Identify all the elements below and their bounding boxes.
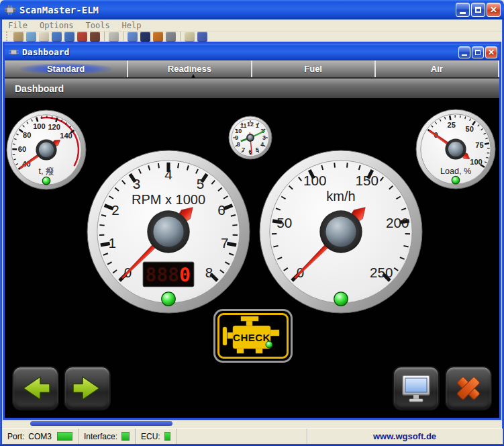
gauge-led [452,176,460,184]
dashboard-restore-button[interactable] [472,46,484,58]
website-text: www.wgsoft.de [307,429,502,444]
svg-text:75: 75 [475,141,483,149]
tab-standard[interactable]: Standard [5,60,128,77]
mdi-bottom-strip [2,420,502,428]
svg-text:12: 12 [247,121,254,128]
toolbar-grip [6,32,8,41]
toolbar-icon-2[interactable] [26,32,36,42]
toolbar-icon-7[interactable] [90,32,100,42]
section-header: Dashboard [5,79,499,98]
dashboard-minimize-button[interactable] [458,46,470,58]
menu-options[interactable]: Options [34,21,80,30]
status-bar: Port: COM3 Interface: ECU: www.wgsoft.de [2,428,502,444]
rpm-gauge: 012345678RPM x 10008880 [87,150,250,316]
svg-text:250: 250 [370,265,393,280]
gauge-led [42,177,50,185]
dashboard-close-button[interactable]: ✕ [485,46,497,58]
app-close-button[interactable]: ✕ [487,3,501,17]
x-icon [454,373,483,403]
svg-text:4: 4 [260,141,264,148]
toolbar [2,32,502,42]
svg-text:8880: 8880 [145,264,191,286]
svg-text:50: 50 [276,215,292,230]
svg-text:11: 11 [240,122,246,129]
svg-text:3: 3 [262,134,266,141]
svg-text:80: 80 [23,131,31,139]
menu-help[interactable]: Help [116,21,148,30]
toolbar-icon-4[interactable] [52,32,62,42]
app-icon[interactable] [5,5,15,15]
svg-text:5: 5 [197,176,205,191]
ecu-label: ECU: [141,432,160,441]
menu-file[interactable]: File [2,21,34,30]
svg-text:120: 120 [48,123,60,131]
next-button[interactable] [64,366,111,410]
status-interface-panel: Interface: [79,429,136,444]
dashboard-window: Dashboard ✕ Standard Readiness Fuel Air … [3,42,501,420]
gauge-led [334,292,348,306]
svg-text:2: 2 [111,202,119,218]
svg-text:km/h: km/h [326,189,355,204]
prev-button[interactable] [12,366,59,410]
toolbar-separator [104,32,105,41]
toolbar-icon-17[interactable] [197,32,207,42]
port-status-led [57,432,72,441]
svg-text:1: 1 [256,122,259,129]
interface-label: Interface: [84,432,117,441]
check-engine-inner: CHECK [217,313,289,359]
tab-fuel[interactable]: Fuel [252,60,376,77]
menu-tools[interactable]: Tools [79,21,115,30]
toolbar-icon-5[interactable] [64,32,74,42]
tab-pointer-icon: ▲ [190,73,197,79]
svg-text:100: 100 [303,173,327,188]
svg-text:t, 癈: t, 癈 [38,167,54,176]
restore-icon [475,50,481,55]
port-value: COM3 [28,432,52,441]
close-dashboard-button[interactable] [445,366,492,410]
close-icon: ✕ [490,5,497,14]
dashboard-titlebar: Dashboard ✕ [5,44,499,60]
app-titlebar: ScanMaster-ELM ✕ [0,0,504,19]
monitor-icon [401,374,432,402]
check-led [266,341,272,348]
minimize-icon [462,54,467,56]
dashboard-tabbar: Standard Readiness Fuel Air ▲ [5,60,499,79]
svg-text:140: 140 [60,132,72,140]
toolbar-icon-9[interactable] [109,32,119,42]
app-minimize-button[interactable] [456,3,470,17]
toolbar-icon-13[interactable] [153,32,163,42]
svg-text:60: 60 [18,145,26,153]
toolbar-icon-12[interactable] [140,32,150,42]
toolbar-icon-14[interactable] [166,32,176,42]
svg-text:Load, %: Load, % [440,167,471,176]
tab-air[interactable]: Air [376,60,499,77]
svg-text:100: 100 [470,158,483,166]
engine-load-gauge: 0255075100Load, % [415,109,496,192]
engine-icon: CHECK [219,314,287,357]
port-label: Port: [7,432,24,441]
ecu-status-led [164,432,170,441]
svg-text:3: 3 [133,176,141,191]
dashboard-window-title: Dashboard [22,47,458,57]
horizontal-scrollbar-thumb[interactable] [30,421,172,426]
monitor-button[interactable] [393,366,440,410]
toolbar-separator [180,32,181,41]
svg-text:50: 50 [465,125,473,133]
toolbar-icon-16[interactable] [185,32,195,42]
svg-text:6: 6 [217,202,225,218]
toolbar-icon-6[interactable] [77,32,87,42]
toolbar-icon-11[interactable] [128,32,138,42]
toolbar-icon-3[interactable] [39,32,49,42]
app-maximize-button[interactable] [471,3,485,17]
svg-text:100: 100 [33,122,46,130]
dashboard-window-icon[interactable] [9,48,19,56]
status-ecu-panel: ECU: [136,429,177,444]
svg-text:1: 1 [108,235,116,251]
scanmaster-app-window: ScanMaster-ELM ✕ FileOptionsToolsHelp Da… [0,0,504,446]
window-frame-left [0,17,2,446]
status-empty-panel [177,429,307,444]
check-engine-light: CHECK [213,309,293,363]
status-port-panel: Port: COM3 [2,429,79,444]
toolbar-icon-1[interactable] [13,32,23,42]
svg-text:150: 150 [356,173,379,188]
